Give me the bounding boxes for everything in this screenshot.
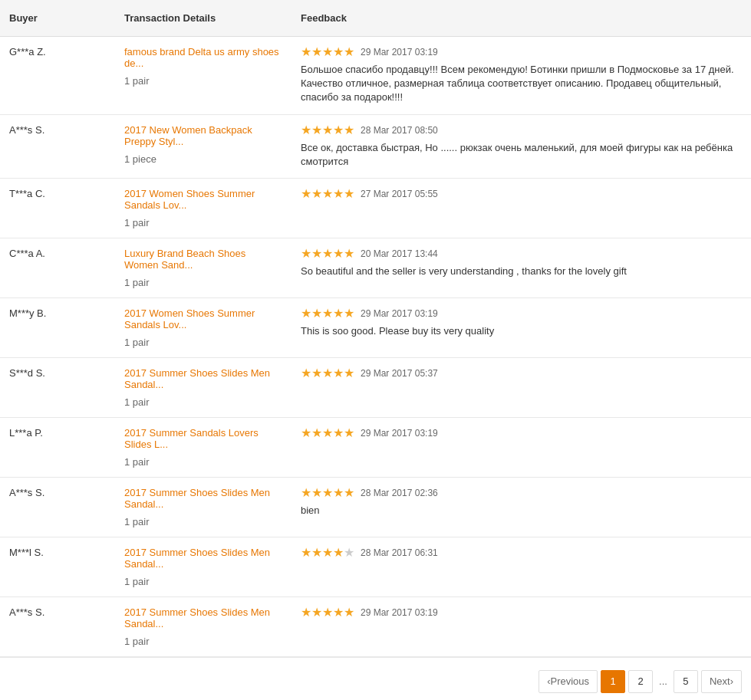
quantity-label: 1 pair: [124, 337, 282, 348]
star-filled: ★: [301, 248, 311, 260]
star-rating: ★★★★★: [301, 188, 354, 200]
star-filled: ★: [344, 606, 354, 619]
next-button[interactable]: Next ›: [701, 670, 742, 693]
star-filled: ★: [311, 307, 322, 320]
star-filled: ★: [333, 248, 344, 260]
transaction-link[interactable]: 2017 Women Shoes Summer Sandals Lov...: [124, 188, 282, 211]
star-filled: ★: [311, 46, 322, 58]
table-row: C***a A.Luxury Brand Beach Shoes Women S…: [0, 238, 751, 298]
star-rating: ★★★★★: [301, 606, 354, 619]
rows-container: G***a Z.famous brand Delta us army shoes…: [0, 37, 751, 657]
star-filled: ★: [311, 188, 322, 200]
feedback-text: Большое спасибо продавцу!!! Всем рекомен…: [301, 63, 742, 105]
star-filled: ★: [333, 188, 344, 200]
page-2-button[interactable]: 2: [628, 670, 653, 693]
star-filled: ★: [333, 124, 344, 136]
star-filled: ★: [333, 547, 344, 559]
table-row: G***a Z.famous brand Delta us army shoes…: [0, 37, 751, 115]
star-filled: ★: [344, 188, 354, 200]
stars-row: ★★★★★28 Mar 2017 06:31: [301, 547, 742, 559]
star-filled: ★: [322, 124, 333, 136]
transaction-link[interactable]: famous brand Delta us army shoes de...: [124, 46, 282, 69]
table-row: L***a P.2017 Summer Sandals Lovers Slide…: [0, 418, 751, 478]
pagination: ‹ Previous 1 2 ... 5 Next ›: [0, 657, 751, 700]
feedback-date: 29 Mar 2017 03:19: [361, 428, 438, 439]
star-filled: ★: [301, 367, 311, 380]
stars-row: ★★★★★29 Mar 2017 03:19: [301, 427, 742, 439]
page-1-button[interactable]: 1: [601, 670, 625, 693]
feedback-date: 20 Mar 2017 13:44: [361, 248, 438, 259]
transaction-cell: 2017 Summer Shoes Slides Men Sandal...1 …: [115, 537, 292, 596]
stars-row: ★★★★★29 Mar 2017 03:19: [301, 606, 742, 619]
stars-row: ★★★★★29 Mar 2017 03:19: [301, 46, 742, 58]
star-filled: ★: [301, 547, 311, 559]
star-filled: ★: [311, 427, 322, 439]
table-row: A***s S.2017 Summer Shoes Slides Men San…: [0, 478, 751, 537]
star-filled: ★: [322, 248, 333, 260]
star-rating: ★★★★★: [301, 46, 354, 58]
star-filled: ★: [322, 547, 333, 559]
table-row: T***a C.2017 Women Shoes Summer Sandals …: [0, 179, 751, 238]
buyer-name: C***a A.: [0, 238, 115, 297]
transaction-link[interactable]: 2017 Women Shoes Summer Sandals Lov...: [124, 307, 282, 330]
feedback-cell: ★★★★★28 Mar 2017 06:31: [292, 537, 751, 596]
star-rating: ★★★★★: [301, 487, 354, 499]
transaction-link[interactable]: 2017 New Women Backpack Preppy Styl...: [124, 124, 282, 147]
transaction-cell: 2017 Summer Sandals Lovers Slides L...1 …: [115, 418, 292, 477]
star-filled: ★: [301, 606, 311, 619]
feedback-cell: ★★★★★29 Mar 2017 03:19This is soo good. …: [292, 298, 751, 357]
star-rating: ★★★★★: [301, 367, 354, 380]
previous-button[interactable]: ‹ Previous: [539, 670, 598, 693]
col-transaction: Transaction Details: [115, 8, 292, 28]
transaction-cell: 2017 Summer Shoes Slides Men Sandal...1 …: [115, 358, 292, 417]
stars-row: ★★★★★29 Mar 2017 03:19: [301, 307, 742, 320]
star-filled: ★: [344, 367, 354, 380]
star-filled: ★: [322, 188, 333, 200]
star-filled: ★: [301, 124, 311, 136]
feedback-date: 29 Mar 2017 03:19: [361, 607, 438, 618]
col-feedback: Feedback: [292, 8, 751, 28]
star-filled: ★: [322, 367, 333, 380]
page-ellipsis: ...: [656, 675, 670, 687]
buyer-name: S***d S.: [0, 358, 115, 417]
transaction-cell: famous brand Delta us army shoes de...1 …: [115, 37, 292, 114]
transaction-cell: 2017 Women Shoes Summer Sandals Lov...1 …: [115, 179, 292, 238]
transaction-link[interactable]: 2017 Summer Shoes Slides Men Sandal...: [124, 487, 282, 510]
transaction-cell: 2017 Women Shoes Summer Sandals Lov...1 …: [115, 298, 292, 357]
stars-row: ★★★★★28 Mar 2017 08:50: [301, 124, 742, 136]
quantity-label: 1 piece: [124, 153, 282, 165]
feedback-cell: ★★★★★29 Mar 2017 05:37: [292, 358, 751, 417]
star-filled: ★: [322, 606, 333, 619]
transaction-link[interactable]: 2017 Summer Shoes Slides Men Sandal...: [124, 606, 282, 629]
feedback-text: Все ок, доставка быстрая, Но ...... рюкз…: [301, 141, 742, 169]
feedback-date: 29 Mar 2017 05:37: [361, 368, 438, 379]
stars-row: ★★★★★29 Mar 2017 05:37: [301, 367, 742, 380]
star-filled: ★: [333, 46, 344, 58]
transaction-link[interactable]: 2017 Summer Shoes Slides Men Sandal...: [124, 367, 282, 390]
page-5-button[interactable]: 5: [674, 670, 698, 693]
feedback-cell: ★★★★★27 Mar 2017 05:55: [292, 179, 751, 238]
star-filled: ★: [333, 606, 344, 619]
transaction-cell: 2017 New Women Backpack Preppy Styl...1 …: [115, 115, 292, 178]
star-filled: ★: [344, 248, 354, 260]
star-filled: ★: [301, 427, 311, 439]
feedback-text: bien: [301, 504, 742, 518]
transaction-link[interactable]: Luxury Brand Beach Shoes Women Sand...: [124, 248, 282, 271]
transaction-link[interactable]: 2017 Summer Shoes Slides Men Sandal...: [124, 547, 282, 570]
transaction-cell: 2017 Summer Shoes Slides Men Sandal...1 …: [115, 597, 292, 656]
table-header: Buyer Transaction Details Feedback: [0, 0, 751, 37]
buyer-name: M***y B.: [0, 298, 115, 357]
star-filled: ★: [333, 307, 344, 320]
star-rating: ★★★★★: [301, 547, 354, 559]
star-filled: ★: [311, 367, 322, 380]
transaction-cell: Luxury Brand Beach Shoes Women Sand...1 …: [115, 238, 292, 297]
quantity-label: 1 pair: [124, 277, 282, 288]
col-buyer: Buyer: [0, 8, 115, 28]
buyer-name: A***s S.: [0, 115, 115, 178]
star-filled: ★: [311, 124, 322, 136]
star-filled: ★: [311, 606, 322, 619]
transaction-link[interactable]: 2017 Summer Sandals Lovers Slides L...: [124, 427, 282, 450]
buyer-name: L***a P.: [0, 418, 115, 477]
table-row: M***l S.2017 Summer Shoes Slides Men San…: [0, 537, 751, 597]
feedback-cell: ★★★★★29 Mar 2017 03:19: [292, 597, 751, 656]
